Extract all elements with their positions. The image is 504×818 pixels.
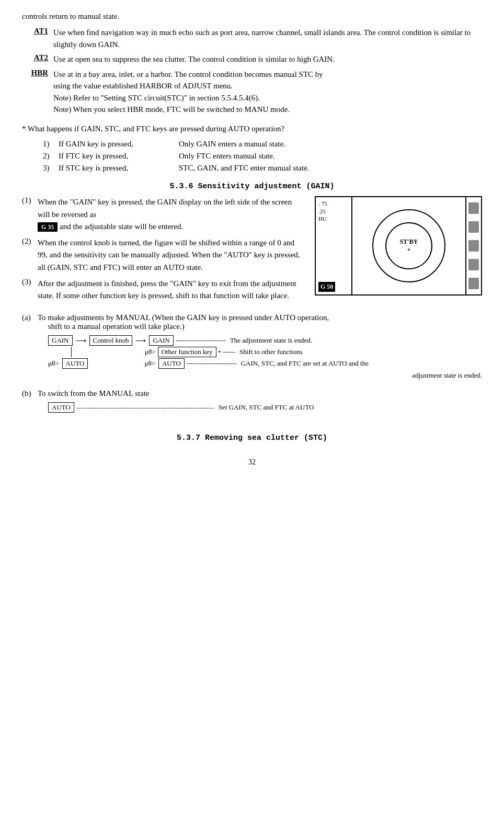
flow-other-key-box: Other function key xyxy=(158,347,216,357)
flow-arrow2: ⟶ xyxy=(135,336,146,345)
radar-stby-text: ST'BY xyxy=(400,238,418,246)
q3-if: If STC key is pressed, xyxy=(59,164,179,173)
flow-auto-b-box: AUTO xyxy=(48,402,74,413)
para-a: (a) To make adjustments by MANUAL (When … xyxy=(22,313,482,331)
radar-outer-circle: ST'BY + xyxy=(372,209,445,282)
hbr-text4: Note) When you select HBR mode, FTC will… xyxy=(53,105,290,113)
flow-arrow1: ⟶ xyxy=(76,336,86,345)
para1-text2: and the adjustable state will be entered… xyxy=(60,222,183,231)
q3-item: 3) If STC key is pressed, STC, GAIN, and… xyxy=(43,164,482,173)
flow-note3b: adjustment state is ended. xyxy=(412,371,482,379)
two-col-section: (1) When the "GAIN" key is pressed, the … xyxy=(22,196,482,306)
at2-row: AT2 Use at open sea to suppress the sea … xyxy=(22,53,482,65)
para1: (1) When the "GAIN" key is pressed, the … xyxy=(22,196,304,233)
para-a-text1: To make adjustments by MANUAL (When the … xyxy=(38,313,329,322)
radar-btn-2 xyxy=(468,221,479,233)
hbr-text1: Use at in a bay area, inlet, or a harbor… xyxy=(53,70,323,78)
para2-num: (2) xyxy=(22,237,38,274)
para2-body: When the control knob is turned, the fig… xyxy=(38,237,304,274)
section-heading-536: 5.3.6 Sensitivity adjustment (GAIN) xyxy=(22,182,482,191)
flow-row-3: μθ> AUTO μθ> AUTO ----------------------… xyxy=(48,358,482,369)
hbr-def: Use at in a bay area, inlet, or a harbor… xyxy=(53,69,482,116)
flow-note2: Shift to other functions xyxy=(239,348,302,356)
radar-btn-4 xyxy=(468,259,479,270)
flow-gain2-box: GAIN xyxy=(149,335,174,346)
flow-dashes1: ------------------------ xyxy=(176,337,226,345)
flow-vertical-bar xyxy=(71,347,72,357)
section-heading-537: 5.3.7 Removing sea clutter (STC) xyxy=(22,434,482,442)
at1-row: AT1 Use when find navigation way in much… xyxy=(22,27,482,50)
text-col: (1) When the "GAIN" key is pressed, the … xyxy=(22,196,304,306)
q3-result: STC, GAIN, and FTC enter manual state. xyxy=(179,164,482,173)
para-a-label: (a) xyxy=(22,313,38,331)
at1-label: AT1 xyxy=(22,27,53,50)
q1-num: 1) xyxy=(43,140,59,149)
flow-row-4: adjustment state is ended. xyxy=(205,371,482,380)
flow-note1: The adjustment state is ended. xyxy=(230,336,312,345)
flow-b-row: AUTO -----------------------------------… xyxy=(48,402,482,413)
flow-dashes-b: ----------------------------------------… xyxy=(76,404,214,411)
flow-gain1-box: GAIN xyxy=(48,335,73,346)
qa-list: 1) If GAIN key is pressed, Only GAIN ent… xyxy=(43,140,482,173)
para-a-section: (a) To make adjustments by MANUAL (When … xyxy=(22,313,482,380)
radar-left-panel: . 75 .25 HU G 50 xyxy=(316,197,352,294)
radar-scale-25: .25 xyxy=(318,208,349,215)
radar-scale: . 75 .25 HU xyxy=(318,200,349,222)
q1-if: If GAIN key is pressed, xyxy=(59,140,179,149)
hbr-label: HBR xyxy=(22,69,53,116)
para1-body: When the "GAIN" key is pressed, the GAIN… xyxy=(38,196,304,233)
flow-row-1: GAIN ⟶ Control knob ⟶ GAIN -------------… xyxy=(48,335,482,346)
para-a-body: To make adjustments by MANUAL (When the … xyxy=(38,313,329,331)
para-b-label: (b) xyxy=(22,389,38,398)
hbr-text3: Note) Refer to "Setting STC circuit(STC)… xyxy=(53,94,260,102)
q2-if: If FTC key is pressed, xyxy=(59,152,179,161)
radar-g50: G 50 xyxy=(318,282,349,292)
para-b-body: To switch from the MANUAL state xyxy=(38,389,150,398)
radar-main: ST'BY + xyxy=(352,197,465,294)
q1-item: 1) If GAIN key is pressed, Only GAIN ent… xyxy=(43,140,482,149)
radar-col: . 75 .25 HU G 50 ST'BY + xyxy=(315,196,482,296)
flow-row-2-container: μθ> Other function key • ------ Shift to… xyxy=(48,347,482,357)
flow-mu1: μθ> xyxy=(145,348,156,356)
para-a-text2: shift to a manual operation will take pl… xyxy=(38,322,185,331)
flow-auto2-box: AUTO xyxy=(158,358,185,369)
para2: (2) When the control knob is turned, the… xyxy=(22,237,304,274)
flow-table: GAIN ⟶ Control knob ⟶ GAIN -------------… xyxy=(48,335,482,380)
radar-btn-5 xyxy=(468,278,479,289)
para3-body: After the adjustment is finished, press … xyxy=(38,278,304,302)
radar-right-panel xyxy=(465,197,481,294)
radar-diagram: . 75 .25 HU G 50 ST'BY + xyxy=(315,196,482,296)
flow-note-b: Set GAIN, STC and FTC at AUTO xyxy=(219,403,314,412)
q2-result: Only FTC enters manual state. xyxy=(179,152,482,161)
at1-def: Use when find navigation way in much ech… xyxy=(53,27,482,50)
flow-dashes2: ------ xyxy=(223,348,235,356)
flow-ctrl-knob-box: Control knob xyxy=(89,335,133,346)
radar-scale-hu: HU xyxy=(318,215,349,222)
flow-row-2-inner: μθ> Other function key • ------ Shift to… xyxy=(145,347,303,357)
auto-question: * What happens if GAIN, STC, and FTC key… xyxy=(22,123,482,135)
radar-inner-circle: ST'BY + xyxy=(385,222,432,269)
flow-dashes3: ------------------------ xyxy=(187,360,237,368)
q2-num: 2) xyxy=(43,152,59,161)
para-b: (b) To switch from the MANUAL state xyxy=(22,389,482,398)
radar-btn-1 xyxy=(468,202,479,214)
hbr-row: HBR Use at in a bay area, inlet, or a ha… xyxy=(22,69,482,116)
para-b-section: (b) To switch from the MANUAL state AUTO… xyxy=(22,389,482,413)
page-content: controls return to manual state. AT1 Use… xyxy=(22,10,482,467)
flow-auto1-box: AUTO xyxy=(62,358,88,369)
intro-line: controls return to manual state. xyxy=(22,10,482,22)
flow-vertical-section xyxy=(48,347,72,357)
para3: (3) After the adjustment is finished, pr… xyxy=(22,278,304,302)
g35-badge: G 35 xyxy=(38,222,58,232)
at2-label: AT2 xyxy=(22,53,53,65)
q3-num: 3) xyxy=(43,164,59,173)
radar-scale-75: . 75 xyxy=(318,200,349,207)
radar-btn-3 xyxy=(468,240,479,252)
flow-note3: GAIN, STC, and FTC are set at AUTO and t… xyxy=(241,359,369,368)
radar-g50-badge: G 50 xyxy=(318,282,335,292)
flow-dot: • xyxy=(219,348,221,356)
at2-def: Use at open sea to suppress the sea clut… xyxy=(53,53,482,65)
para1-num: (1) xyxy=(22,196,38,233)
q2-item: 2) If FTC key is pressed, Only FTC enter… xyxy=(43,152,482,161)
hbr-text2: using the value established HARBOR of AD… xyxy=(53,82,233,90)
